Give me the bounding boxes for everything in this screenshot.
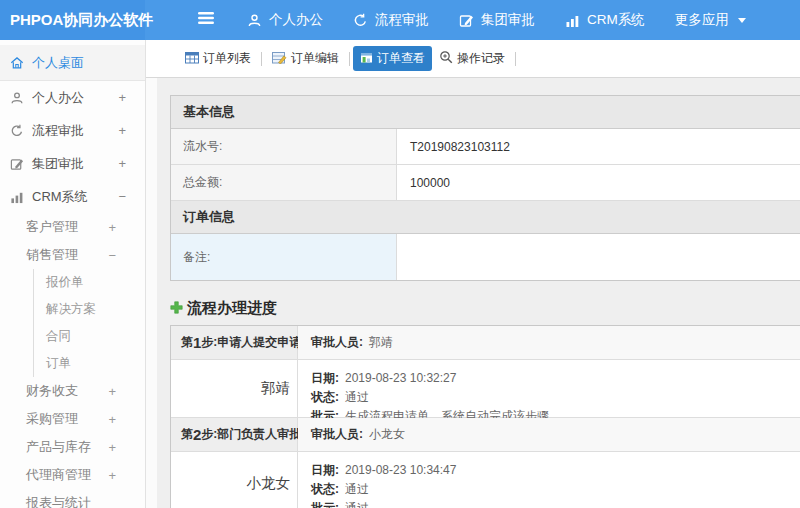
edit-icon bbox=[10, 157, 24, 171]
step-approver-cell: 审批人员: 郭靖 bbox=[298, 326, 800, 359]
status-value: 通过 bbox=[345, 482, 369, 496]
hamburger-icon bbox=[197, 11, 215, 29]
expand-plus-icon[interactable]: + bbox=[108, 468, 116, 483]
sidebar-item-solution[interactable]: 解决方案 bbox=[34, 296, 145, 323]
sidebar-item-customer-mgmt[interactable]: 客户管理 + bbox=[0, 213, 145, 241]
sidebar-item-label: 个人桌面 bbox=[32, 54, 84, 72]
sidebar-item-agent-mgmt[interactable]: 代理商管理 + bbox=[0, 461, 145, 489]
date-value: 2019-08-23 10:34:47 bbox=[345, 463, 456, 477]
sidebar-item-purchase-mgmt[interactable]: 采购管理 + bbox=[0, 405, 145, 433]
tab-bar: 订单列表 订单编辑 订单查看 操作记录 bbox=[146, 40, 800, 78]
tab-label: 订单列表 bbox=[203, 50, 251, 67]
step-approver-cell: 审批人员: 小龙女 bbox=[298, 418, 800, 451]
expand-plus-icon[interactable]: + bbox=[108, 440, 116, 455]
sidebar-item-workflow-approval[interactable]: 流程审批 + bbox=[0, 114, 145, 147]
field-value-serial-no: T20190823103112 bbox=[397, 129, 800, 164]
nav-group-approval[interactable]: 集团审批 bbox=[459, 11, 535, 29]
sidebar-item-label: 报表与统计 bbox=[26, 494, 91, 508]
sidebar-gutter bbox=[146, 78, 157, 508]
sidebar-item-quotation[interactable]: 报价单 bbox=[34, 269, 145, 296]
sidebar-item-contract[interactable]: 合同 bbox=[34, 323, 145, 350]
comment-value: 通过 bbox=[345, 501, 369, 508]
order-view-icon bbox=[360, 51, 373, 67]
nav-workflow-approval[interactable]: 流程审批 bbox=[353, 11, 429, 29]
app-logo: PHPOA协同办公软件 bbox=[0, 0, 145, 40]
approver-name-cell: 小龙女 bbox=[171, 452, 298, 508]
sidebar-item-label: 客户管理 bbox=[26, 218, 78, 236]
home-icon bbox=[10, 56, 24, 70]
sidebar-item-label: CRM系统 bbox=[32, 188, 88, 206]
tab-order-edit[interactable]: 订单编辑 bbox=[265, 46, 346, 71]
sidebar-item-personal-office[interactable]: 个人办公 + bbox=[0, 81, 145, 114]
sidebar-item-product-inventory[interactable]: 产品与库存 + bbox=[0, 433, 145, 461]
field-value-remark bbox=[397, 234, 800, 280]
process-steps-table: 第1步:申请人提交申请 审批人员: 郭靖 郭靖 日期:2019-08-23 10… bbox=[170, 325, 800, 508]
step-name: 步:申请人提交申请 bbox=[201, 334, 301, 351]
nav-item-label: 流程审批 bbox=[375, 11, 429, 29]
nav-item-label: 个人办公 bbox=[269, 11, 323, 29]
step-detail-cell: 日期:2019-08-23 10:32:27 状态:通过 批示:生成流程申请单，… bbox=[298, 360, 800, 417]
process-progress-title: 流程办理进度 bbox=[170, 297, 800, 319]
plus-icon bbox=[170, 300, 183, 317]
sidebar-item-personal-desktop[interactable]: 个人桌面 bbox=[0, 45, 145, 81]
approver-label: 审批人员: bbox=[311, 334, 363, 351]
date-label: 日期: bbox=[311, 463, 339, 477]
sidebar-item-label: 销售管理 bbox=[26, 246, 78, 264]
date-value: 2019-08-23 10:32:27 bbox=[345, 371, 456, 385]
sidebar-item-label: 个人办公 bbox=[32, 89, 84, 107]
table-row: 第1步:申请人提交申请 审批人员: 郭靖 bbox=[171, 326, 800, 360]
sidebar-item-label: 报价单 bbox=[46, 274, 84, 291]
expand-plus-icon[interactable]: + bbox=[118, 156, 126, 171]
sidebar-item-group-approval[interactable]: 集团审批 + bbox=[0, 147, 145, 180]
table-row: 流水号: T20190823103112 bbox=[171, 129, 800, 165]
step-name: 步:部门负责人审批 bbox=[201, 426, 301, 443]
nav-crm-system[interactable]: CRM系统 bbox=[565, 11, 645, 29]
sidebar-item-label: 财务收支 bbox=[26, 382, 78, 400]
sidebar-item-order[interactable]: 订单 bbox=[34, 350, 145, 377]
tab-divider bbox=[515, 52, 516, 66]
sidebar-item-finance[interactable]: 财务收支 + bbox=[0, 377, 145, 405]
user-icon bbox=[247, 13, 262, 28]
chart-icon bbox=[565, 13, 580, 28]
tab-order-list[interactable]: 订单列表 bbox=[178, 46, 258, 71]
expand-plus-icon[interactable]: + bbox=[118, 123, 126, 138]
field-label-remark: 备注: bbox=[171, 234, 397, 280]
collapse-minus-icon[interactable]: − bbox=[108, 248, 116, 263]
table-row: 郭靖 日期:2019-08-23 10:32:27 状态:通过 批示:生成流程申… bbox=[171, 360, 800, 418]
expand-plus-icon[interactable]: + bbox=[108, 412, 116, 427]
nav-item-label: 集团审批 bbox=[481, 11, 535, 29]
nav-personal-office[interactable]: 个人办公 bbox=[247, 11, 323, 29]
top-bar: PHPOA协同办公软件 个人办公 流程审批 集团审批 bbox=[0, 0, 800, 40]
approver-name: 小龙女 bbox=[369, 426, 405, 443]
comment-label: 批示: bbox=[311, 501, 339, 508]
field-value-total-amount: 100000 bbox=[397, 165, 800, 200]
top-nav: 个人办公 流程审批 集团审批 CRM系统 更多应用 bbox=[247, 11, 746, 29]
tab-label: 订单编辑 bbox=[291, 50, 339, 67]
nav-item-label: 更多应用 bbox=[675, 11, 729, 29]
user-icon bbox=[10, 91, 24, 105]
tab-divider bbox=[349, 52, 350, 66]
sidebar-item-label: 流程审批 bbox=[32, 122, 84, 140]
sidebar-item-sales-mgmt[interactable]: 销售管理 − bbox=[0, 241, 145, 269]
sidebar-item-label: 产品与库存 bbox=[26, 438, 91, 456]
status-label: 状态: bbox=[311, 390, 339, 404]
sidebar-item-label: 订单 bbox=[46, 355, 71, 372]
sidebar-item-label: 合同 bbox=[46, 328, 71, 345]
nav-more-apps[interactable]: 更多应用 bbox=[675, 11, 746, 29]
tab-operation-log[interactable]: 操作记录 bbox=[432, 46, 512, 71]
tab-order-view[interactable]: 订单查看 bbox=[353, 46, 432, 71]
menu-toggle-button[interactable] bbox=[197, 11, 215, 29]
sidebar-item-reports-stats[interactable]: 报表与统计 bbox=[0, 489, 145, 508]
status-label: 状态: bbox=[311, 482, 339, 496]
sidebar-item-crm-system[interactable]: CRM系统 − bbox=[0, 180, 145, 213]
expand-plus-icon[interactable]: + bbox=[118, 90, 126, 105]
chevron-down-icon bbox=[738, 18, 746, 23]
approver-name-cell: 郭靖 bbox=[171, 360, 298, 417]
expand-plus-icon[interactable]: + bbox=[108, 220, 116, 235]
section-header-order-info: 订单信息 bbox=[171, 201, 800, 234]
collapse-minus-icon[interactable]: − bbox=[118, 189, 126, 204]
order-info-table: 基本信息 流水号: T20190823103112 总金额: 100000 订单… bbox=[170, 95, 800, 281]
expand-plus-icon[interactable]: + bbox=[108, 384, 116, 399]
field-label-serial-no: 流水号: bbox=[171, 129, 397, 164]
sidebar-item-label: 采购管理 bbox=[26, 410, 78, 428]
